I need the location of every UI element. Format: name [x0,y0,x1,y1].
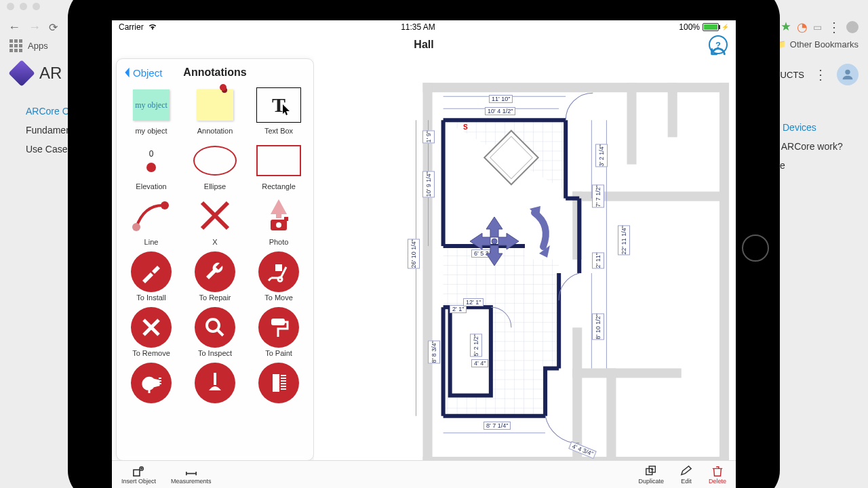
x-icon [198,199,232,235]
rotate-handle[interactable] [524,205,558,259]
svg-point-4 [276,222,281,228]
annotation-my object[interactable]: my objectmy object [122,87,180,135]
profile-icon[interactable] [846,21,859,33]
annotation-dryer[interactable] [122,365,180,405]
annotation-Rectangle[interactable]: Rectangle [250,143,308,190]
svg-rect-20 [572,368,682,378]
magnify-icon [195,307,235,348]
svg-rect-33 [133,470,139,476]
apps-grid-icon[interactable] [9,39,22,52]
edit-button[interactable]: Edit [679,465,694,485]
annotation-label: Text Box [264,127,293,135]
back-button[interactable]: Object [122,66,162,79]
annotation-label: To Paint [265,349,292,357]
sidelink[interactable]: Fundamen [26,125,72,136]
delete-button[interactable]: Delete [709,465,726,485]
extension-icon[interactable]: ◔ [797,20,808,35]
svg-rect-21 [606,368,616,461]
home-button[interactable] [742,235,769,262]
annotation-label: To Remove [132,349,170,357]
floor-plan-canvas[interactable]: 11' 10" 10' 4 1/2" 26' 10 1/4" 1' 9" 10'… [314,56,736,461]
annotation-To Install[interactable]: To Install [122,254,180,302]
svg-point-7 [207,319,219,331]
annotation-label: X [212,238,217,246]
annotation-label: Line [144,238,159,246]
dimension-label: 12' 1" [463,298,484,306]
app-nav-bar: Hall ? [112,34,736,56]
dimension-label: 10' 9 1/4" [422,171,435,197]
arcore-logo-icon [8,60,35,87]
more-icon[interactable]: ⋮ [814,66,827,83]
nav-title: Hall [112,39,736,51]
back-icon[interactable]: ← [8,21,20,33]
carrier-label: Carrier [119,22,144,32]
annotation-Photo[interactable]: Photo [250,199,308,246]
svg-rect-11 [423,83,729,92]
rectangle-icon [256,145,301,176]
menu-icon[interactable]: ⋮ [827,19,841,35]
svg-rect-9 [273,374,279,392]
annotation-To Remove[interactable]: To Remove [122,310,180,357]
annotation-X[interactable]: X [186,199,244,246]
sidelink[interactable]: ARCore O [26,106,72,117]
annotation-label: my object [135,127,167,135]
insert-object-button[interactable]: Insert Object [121,465,156,485]
annotation-To Inspect[interactable]: To Inspect [186,310,244,357]
svg-rect-8 [271,319,285,325]
annotation-Elevation[interactable]: 0Elevation [122,143,180,190]
svg-rect-5 [284,217,288,221]
annotation-Line[interactable]: Line [122,199,180,246]
ucts-label[interactable]: UCTS [781,70,804,80]
annotation-label: To Move [264,293,293,302]
dimension-label: 2' 11" [592,252,604,268]
refresh-icon[interactable]: ⟳ [49,21,58,34]
forward-icon[interactable]: → [28,21,41,33]
charging-icon: ⚡ [722,24,729,30]
svg-point-0 [845,70,850,75]
annotation-label: Rectangle [262,182,296,190]
dimension-label: 11' 10" [489,95,513,103]
dimension-label: 8' 8 3/4" [428,340,440,363]
annotation-Ellipse[interactable]: Ellipse [186,143,244,190]
star-icon[interactable] [781,21,791,34]
wifi-icon [148,22,157,33]
annotation-Annotation[interactable]: Annotation [186,87,244,135]
s-marker: S [463,123,468,131]
battery-icon [703,23,719,31]
move-handle[interactable] [467,214,521,268]
annotation-Text Box[interactable]: TText Box [250,87,308,135]
back-label: Object [133,67,162,79]
textbox-icon: T [256,87,301,123]
annotation-label: Elevation [136,182,166,190]
dolly-icon [258,251,299,292]
tablet-frame: Carrier 11:35 AM 100% ⚡ Hall ? [68,0,780,488]
other-bookmarks-label[interactable]: Other Bookmarks [790,39,859,49]
annotation-plunger[interactable] [186,365,244,405]
dimension-label: 4' 4" [471,359,488,367]
dimension-label: 1' 9" [422,130,435,143]
x-icon [131,307,172,348]
extension-icon[interactable]: ▭ [813,22,822,33]
screwdriver-icon [131,251,172,292]
annotation-To Repair[interactable]: To Repair [186,254,244,302]
sticky-note-icon: my object [133,89,170,121]
duplicate-button[interactable]: Duplicate [638,465,664,485]
apps-label[interactable]: Apps [28,41,48,51]
annotation-label: To Repair [199,293,231,302]
sidelink[interactable]: Use Cases [26,144,72,155]
svg-rect-13 [719,83,729,461]
annotation-To Paint[interactable]: To Paint [250,310,308,357]
user-avatar-icon[interactable] [837,64,859,85]
page-title: AR [39,64,62,83]
dimension-label: 7' 7 1/2" [592,184,604,207]
measurements-button[interactable]: Measurements [171,465,212,485]
ios-status-bar: Carrier 11:35 AM 100% ⚡ [112,20,736,34]
annotation-To Move[interactable]: To Move [250,254,308,302]
dimension-label: 3' 2 1/4" [595,144,608,167]
svg-point-2 [161,201,169,209]
annotation-label: Annotation [197,127,233,135]
annotation-comb[interactable] [250,365,308,405]
sticky-note-icon [197,89,233,121]
svg-rect-19 [572,327,582,461]
comb-icon [258,363,299,403]
